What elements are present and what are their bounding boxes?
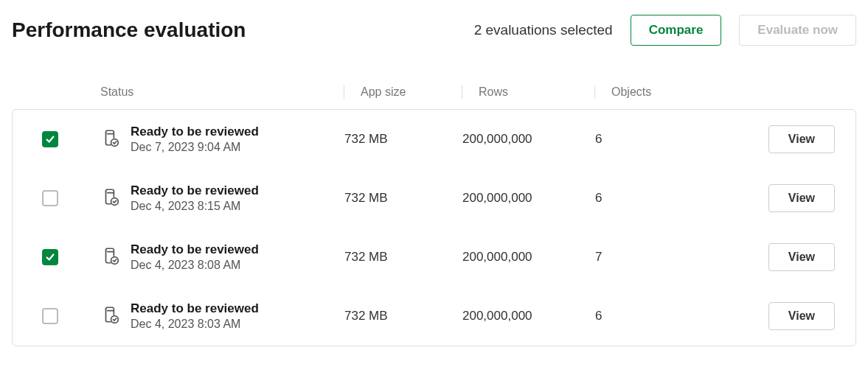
status-text: Ready to be reviewed bbox=[131, 183, 259, 198]
view-button[interactable]: View bbox=[768, 184, 835, 212]
table-header: Status App size Rows Objects bbox=[12, 75, 856, 109]
rows-cell: 200,000,000 bbox=[462, 132, 595, 147]
objects-cell: 6 bbox=[595, 132, 698, 147]
app-size-cell: 732 MB bbox=[344, 309, 462, 323]
objects-cell: 7 bbox=[595, 250, 698, 265]
table-row: Ready to be reviewedDec 4, 2023 8:15 AM7… bbox=[13, 169, 855, 228]
view-button[interactable]: View bbox=[768, 243, 835, 271]
evaluate-now-button[interactable]: Evaluate now bbox=[739, 15, 856, 46]
clipboard-check-icon bbox=[101, 305, 120, 327]
app-size-cell: 732 MB bbox=[344, 132, 462, 147]
row-checkbox[interactable] bbox=[42, 131, 58, 147]
page-header: Performance evaluation 2 evaluations sel… bbox=[12, 15, 856, 46]
clipboard-check-icon bbox=[101, 128, 120, 150]
app-size-cell: 732 MB bbox=[344, 191, 462, 206]
row-checkbox[interactable] bbox=[42, 249, 58, 265]
header-actions: 2 evaluations selected Compare Evaluate … bbox=[474, 15, 856, 46]
selection-count: 2 evaluations selected bbox=[474, 22, 613, 38]
page-title: Performance evaluation bbox=[12, 18, 246, 42]
column-header-objects: Objects bbox=[594, 85, 698, 99]
status-date: Dec 4, 2023 8:08 AM bbox=[131, 259, 259, 272]
clipboard-check-icon bbox=[101, 187, 120, 209]
status-date: Dec 7, 2023 9:04 AM bbox=[131, 141, 259, 154]
app-size-cell: 732 MB bbox=[344, 250, 462, 265]
status-date: Dec 4, 2023 8:03 AM bbox=[131, 318, 259, 331]
compare-button[interactable]: Compare bbox=[631, 15, 722, 46]
column-header-rows: Rows bbox=[462, 85, 594, 99]
rows-cell: 200,000,000 bbox=[462, 191, 595, 206]
view-button[interactable]: View bbox=[768, 302, 835, 330]
column-header-status: Status bbox=[100, 85, 344, 99]
row-checkbox[interactable] bbox=[42, 190, 58, 206]
table-row: Ready to be reviewedDec 4, 2023 8:03 AM7… bbox=[13, 287, 855, 346]
status-text: Ready to be reviewed bbox=[131, 301, 259, 316]
objects-cell: 6 bbox=[595, 309, 698, 323]
table-row: Ready to be reviewedDec 4, 2023 8:08 AM7… bbox=[13, 228, 855, 287]
status-text: Ready to be reviewed bbox=[131, 242, 259, 257]
clipboard-check-icon bbox=[101, 246, 120, 268]
status-text: Ready to be reviewed bbox=[131, 125, 259, 139]
rows-cell: 200,000,000 bbox=[462, 250, 595, 265]
rows-cell: 200,000,000 bbox=[462, 309, 595, 323]
view-button[interactable]: View bbox=[768, 125, 835, 153]
status-date: Dec 4, 2023 8:15 AM bbox=[131, 200, 259, 213]
row-checkbox[interactable] bbox=[42, 308, 58, 324]
column-header-appsize: App size bbox=[344, 85, 462, 99]
table-row: Ready to be reviewedDec 7, 2023 9:04 AM7… bbox=[13, 110, 855, 169]
evaluation-table: Ready to be reviewedDec 7, 2023 9:04 AM7… bbox=[12, 109, 856, 346]
objects-cell: 6 bbox=[595, 191, 698, 206]
